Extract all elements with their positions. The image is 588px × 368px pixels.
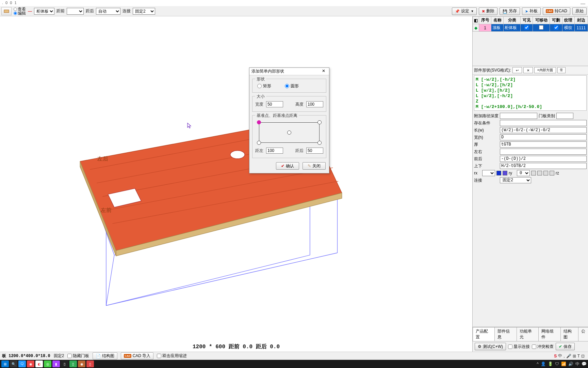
anchor-bl[interactable] [257,141,261,145]
task-app4[interactable]: ▮ [52,361,60,367]
ime-grid[interactable]: ⊞ [573,354,576,358]
anchor-tr[interactable] [317,120,322,124]
window-minimize[interactable]: — [581,1,585,6]
radio-rect[interactable]: 矩形 [257,83,271,89]
door-type-input[interactable] [556,113,573,119]
task-app6[interactable]: ▯ [69,361,77,367]
struct-button[interactable]: 📄结构图 [93,352,117,359]
tocad-button[interactable]: CAD转CAD [543,7,570,15]
th-del[interactable]: 可删 [550,17,562,24]
ry-sw2[interactable] [537,171,542,175]
chk-del[interactable] [554,25,558,30]
tab-part[interactable]: 部件信息 [494,327,517,341]
ud-input[interactable] [500,163,587,169]
ime-app[interactable]: ⊡ [581,354,585,358]
start-button[interactable]: ⊞ [1,361,9,367]
tab-product[interactable]: 产品配置 [473,327,495,341]
dialog-cancel-button[interactable]: 关闭 [303,162,326,170]
exist-input[interactable] [500,120,587,126]
dialog-ok-button[interactable]: 确认 [276,162,299,170]
clear-button[interactable]: ✕ [523,67,533,73]
dblclick-check[interactable]: 双击应用缩进 [157,353,187,359]
rx-swatch1[interactable] [496,171,501,175]
table-blank-area[interactable] [473,32,588,66]
tray-net-icon[interactable]: 📶 [561,362,566,366]
fb-input[interactable] [500,156,587,162]
ime-mic[interactable]: 🎤 [566,354,571,358]
conn2-select[interactable]: 固定2 [500,177,531,183]
th-idx[interactable]: 序号 [479,17,491,24]
width-input[interactable] [266,101,283,107]
tab-struct[interactable]: 结构图 [560,327,579,341]
dist-back-input[interactable] [306,148,323,154]
anchor-br[interactable] [317,141,322,145]
tray-notif-icon[interactable]: 💬 [582,362,587,366]
svg-code-area[interactable]: M [-w/2],[-h/2] L [-w/2],[h/2] L [w/2],[… [474,75,587,111]
chk-vis[interactable] [524,25,529,30]
radio-view[interactable]: 查看 [14,7,26,11]
task-chrome[interactable]: ◐ [35,361,43,367]
undo-button[interactable]: ↩ [512,67,522,73]
rx-swatch2[interactable] [503,171,507,175]
lr-input[interactable] [500,149,587,155]
save-button[interactable]: 保存 [556,343,575,350]
th-name[interactable]: 名称 [491,17,504,24]
height-input[interactable] [306,101,323,107]
origin-button[interactable]: 原始 [572,7,587,15]
task-app8[interactable]: ▯ [86,361,94,367]
task-app5[interactable]: ▯ [61,361,68,367]
setting-button[interactable]: 设定▼ [452,7,477,15]
tray-icon3[interactable]: 🛡 [555,362,559,366]
radio-circle[interactable]: 圆形 [285,83,299,89]
conn-select[interactable]: 固定2 [133,8,155,15]
thk-input[interactable] [500,141,587,148]
ry-sw3[interactable] [543,171,548,175]
th-cat[interactable]: 分类 [504,17,521,24]
cad-import-button[interactable]: CADCAD 导入 [121,352,153,359]
len-input[interactable] [500,127,587,133]
wid-input[interactable] [500,134,587,140]
collision-check[interactable]: 冲突检查 [532,344,554,350]
hide-door-check[interactable]: 隐藏门板 [67,353,89,359]
tab-net[interactable]: 网络组件 [538,327,560,341]
dist-left-input[interactable] [266,148,283,154]
delete-button[interactable]: 删除 [479,7,497,15]
task-search[interactable]: 🔍 [10,361,17,367]
ry-select[interactable]: 0 [517,170,530,176]
th-mov[interactable]: 可移动 [533,17,550,24]
test-button[interactable]: ⚙测试(C+W) [475,343,506,350]
dialog-close-button[interactable]: ✕ [320,68,327,75]
th-edge[interactable]: 封边 [574,17,588,24]
tray-ime[interactable]: 中 [575,361,579,367]
th-vis[interactable]: 可见 [521,17,533,24]
task-app2[interactable]: ◉ [27,361,34,367]
system-tray[interactable]: ^ 👤 🔋 🛡 📶 🔊 中 💬 [537,361,587,367]
tray-icon2[interactable]: 🔋 [548,362,553,366]
radio-edit[interactable]: 编辑 [14,11,26,15]
ime-T[interactable]: T [577,354,580,358]
rx-select[interactable] [482,170,495,176]
tray-vol-icon[interactable]: 🔊 [568,362,573,366]
show-conn-check[interactable]: 显示连接 [508,344,530,350]
back-select[interactable]: 自动 [96,8,120,15]
tab-func[interactable]: 功能单元 [517,327,539,341]
common-button[interactable]: 常 [557,67,566,73]
dialog-titlebar[interactable]: 添加简单内部形状 ✕ [249,68,329,75]
anchor-picker[interactable] [257,120,322,145]
inner-shape-button[interactable]: +内部方圆 [534,67,556,73]
task-app3[interactable]: ◎ [44,361,51,367]
extra-depth-input[interactable] [500,113,537,119]
task-app1[interactable]: 🗨 [18,361,26,367]
board-type-select[interactable]: 柜体板 [34,8,54,15]
3d-viewport[interactable]: 左后 左前 右后 1200 * 600 距前 0.0 距后 0.0 添加简单内部… [0,16,472,352]
table-row[interactable]: ◆ 1 顶板 柜体板 横纹 1111 [473,24,588,32]
task-app7[interactable]: ◉ [78,361,85,367]
ime-zh[interactable]: 中 [558,353,562,359]
chk-mov[interactable] [539,25,543,30]
tray-up-icon[interactable]: ^ [537,362,539,366]
saveas-button[interactable]: 另存 [500,7,520,15]
ry-sw4[interactable] [550,171,554,175]
front-select[interactable] [67,8,84,15]
tray-icon1[interactable]: 👤 [541,362,546,366]
anchor-tl[interactable] [257,120,261,124]
